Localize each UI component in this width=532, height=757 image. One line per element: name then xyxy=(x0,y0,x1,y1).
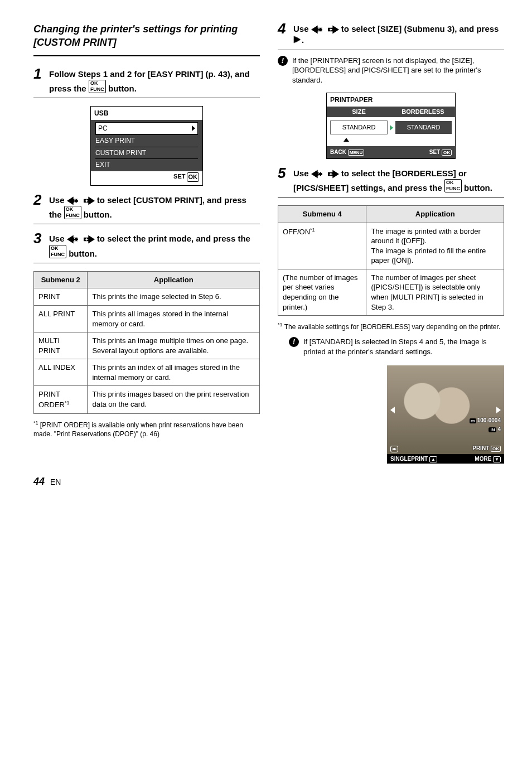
step5-text-a: Use xyxy=(293,168,311,178)
note-text: If the [PRINTPAPER] screen is not displa… xyxy=(292,56,504,85)
more-label: MORE ▼ xyxy=(475,455,501,463)
nav-lr-icon: ◂▸ xyxy=(390,445,398,452)
nav-arrows-icon xyxy=(311,25,339,34)
step-3: 3 Use to select the print mode, and pres… xyxy=(33,232,260,263)
pp-header-size: SIZE xyxy=(327,107,391,117)
step-2: 2 Use to select [CUSTOM PRINT], and pres… xyxy=(33,194,260,225)
step-5: 5 Use to select the [BORDERLESS] or [PIC… xyxy=(278,167,504,198)
pp-value-borderless: STANDARD xyxy=(395,121,452,134)
step3-text-a: Use xyxy=(49,234,67,243)
usb-set-ok: SETOK xyxy=(91,171,202,185)
usb-item-pc: PC xyxy=(95,122,198,134)
card-icon: ▭ xyxy=(470,418,476,423)
pp-value-size: STANDARD xyxy=(330,120,388,134)
usb-item-exit: EXIT xyxy=(95,158,198,170)
step-1: 1 Follow Steps 1 and 2 for [EASY PRINT] … xyxy=(33,67,260,99)
usb-item-easy: EASY PRINT xyxy=(95,134,198,146)
table-row: ALL PRINTThis prints all images stored i… xyxy=(34,305,260,332)
down-heart-icon xyxy=(344,136,349,142)
table2-footnote: *1 The available settings for [BORDERLES… xyxy=(278,321,504,331)
step1-text-a: Follow Steps 1 and 2 for [EASY PRINT] (p… xyxy=(49,69,250,93)
table-header: Submenu 2 xyxy=(34,271,88,288)
section-title: Changing the printer's settings for prin… xyxy=(33,22,260,56)
submenu2-table: Submenu 2 Application PRINTThis prints t… xyxy=(33,271,260,414)
ok-func-icon: OKFUNC xyxy=(89,80,106,93)
step1-text-b: button. xyxy=(108,84,137,93)
table-row: (The number of images per sheet varies d… xyxy=(278,269,504,315)
printpaper-screen: PRINTPAPER SIZE BORDERLESS STANDARD STAN… xyxy=(326,93,456,159)
note-step5: ! If [STANDARD] is selected in Steps 4 a… xyxy=(289,337,504,356)
singleprint-label: SINGLEPRINT ▲ xyxy=(390,455,437,463)
step-number: 3 xyxy=(33,231,46,245)
page-footer: 44 EN xyxy=(33,475,504,488)
caution-icon: ! xyxy=(289,337,299,347)
pp-set-ok: SET OK xyxy=(429,148,452,156)
page-number: 44 xyxy=(33,476,45,487)
table-row: OFF/ON*1 The image is printed with a bor… xyxy=(278,223,504,269)
step3-text-c: button. xyxy=(69,249,97,258)
note-text: If [STANDARD] is selected in Steps 4 and… xyxy=(303,337,504,356)
nav-arrows-icon xyxy=(311,170,339,179)
usb-item-label: PC xyxy=(98,124,108,133)
table-header: Submenu 4 xyxy=(278,206,366,223)
ok-func-icon: OKFUNC xyxy=(49,245,66,258)
memory-label: IN4 xyxy=(489,426,501,433)
table-row: MULTI PRINTThis prints an image multiple… xyxy=(34,332,260,359)
step-number: 4 xyxy=(278,21,290,36)
step5-text-c: button. xyxy=(464,183,492,192)
step-number: 2 xyxy=(33,192,46,207)
caution-icon: ! xyxy=(278,56,288,66)
step-number: 1 xyxy=(33,66,46,81)
step2-text-c: button. xyxy=(84,210,112,219)
pp-back: BACK MENU xyxy=(330,148,364,156)
table1-footnote: *1 [PRINT ORDER] is available only when … xyxy=(33,420,260,438)
note-step4: ! If the [PRINTPAPER] screen is not disp… xyxy=(278,56,504,85)
step-4: 4 Use to select [SIZE] (Submenu 3), and … xyxy=(278,22,504,50)
pp-title: PRINTPAPER xyxy=(327,93,455,107)
right-dpad-icon: ⯈ xyxy=(293,35,302,45)
table-header: Application xyxy=(88,271,260,288)
chevron-right-icon xyxy=(192,126,195,131)
print-ok-label: PRINT OK xyxy=(472,445,501,452)
table-header-row: Submenu 4 Application xyxy=(278,206,504,223)
table-row: ALL INDEXThis prints an index of all ima… xyxy=(34,359,260,386)
pp-header-borderless: BORDERLESS xyxy=(391,107,455,117)
table-row: PRINTThis prints the image selected in S… xyxy=(34,288,260,306)
ok-func-icon: OKFUNC xyxy=(64,206,81,219)
table-row: PRINT ORDER*1This prints images based on… xyxy=(34,386,260,413)
step4-text-b: to select [SIZE] (Submenu 3), and press xyxy=(341,24,499,33)
submenu4-table: Submenu 4 Application OFF/ON*1 The image… xyxy=(278,205,504,316)
page-lang: EN xyxy=(50,478,61,486)
step2-text-a: Use xyxy=(49,195,67,205)
ok-func-icon: OKFUNC xyxy=(444,179,462,192)
usb-screen: USB PC EASY PRINT CUSTOM PRINT EXIT SETO… xyxy=(90,106,203,186)
file-number-label: ▭100-0004 xyxy=(470,417,501,425)
step4-text-a: Use xyxy=(293,24,311,33)
nav-arrows-icon xyxy=(67,235,95,244)
usb-title: USB xyxy=(91,107,202,120)
step-number: 5 xyxy=(278,166,290,180)
step4-text-c: . xyxy=(302,35,304,45)
chevron-right-icon xyxy=(390,125,393,131)
step3-text-b: to select the print mode, and press the xyxy=(97,234,250,243)
arrow-right-icon xyxy=(496,407,501,413)
arrow-left-icon xyxy=(390,407,395,413)
usb-item-custom: CUSTOM PRINT xyxy=(95,147,198,158)
table-header-row: Submenu 2 Application xyxy=(34,271,260,288)
sample-photo: ▭100-0004 IN4 ◂▸ PRINT OK SINGLEPRINT ▲ … xyxy=(387,365,504,455)
table-header: Application xyxy=(366,206,504,223)
nav-arrows-icon xyxy=(67,196,95,205)
